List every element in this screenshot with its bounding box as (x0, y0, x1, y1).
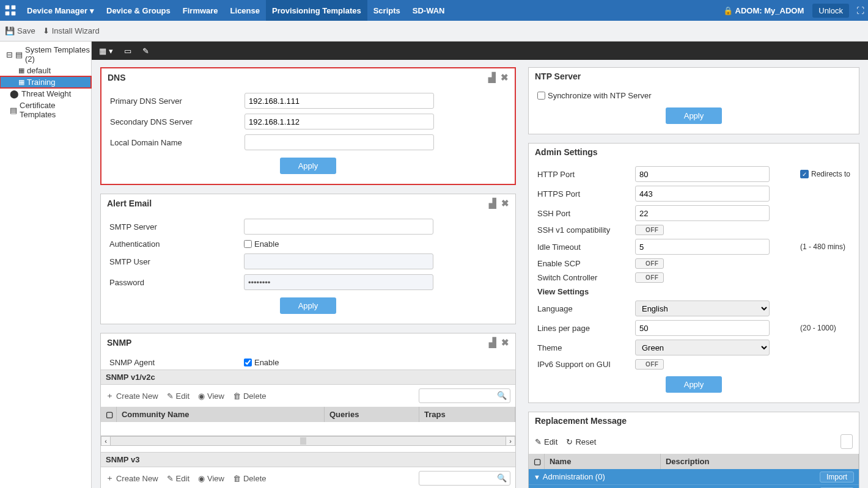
rep-reset-button[interactable]: ↻Reset (566, 437, 596, 446)
save-button[interactable]: 💾 Save (5, 26, 35, 35)
fullscreen-icon[interactable]: ⛶ (853, 6, 868, 15)
tree-item-training[interactable]: ▦ Training (0, 76, 91, 88)
https-port-input[interactable] (635, 186, 770, 202)
download-icon: ⬇ (43, 26, 50, 35)
snmp-v1-header: SNMP v1/v2c (101, 370, 515, 385)
install-wizard-button[interactable]: ⬇ Install Wizard (43, 26, 100, 35)
theme-select[interactable]: Green (635, 340, 770, 355)
create-new-button[interactable]: ＋Create New (106, 390, 158, 401)
nav-license[interactable]: License (224, 0, 266, 21)
snmp-agent-enable-label: Enable (254, 358, 279, 367)
tree-label: Threat Weight (21, 89, 71, 98)
smtp-server-label: SMTP Server (109, 222, 244, 231)
nav-provisioning-templates[interactable]: Provisioning Templates (266, 0, 367, 21)
rep-edit-button[interactable]: ✎Edit (535, 437, 557, 446)
tree-item-default[interactable]: ▦ default (0, 65, 91, 76)
snmp-title: SNMP (107, 338, 131, 348)
ntp-sync-checkbox[interactable] (537, 92, 545, 100)
dns-primary-input[interactable] (245, 93, 434, 109)
ssh-port-input[interactable] (635, 205, 770, 221)
dns-apply-button[interactable]: Apply (280, 158, 337, 174)
tree-threat-weight[interactable]: ⬤ Threat Weight (0, 88, 91, 100)
alert-email-panel: Alert Email ▟ ✖ SMTP Server Authenticati… (100, 194, 516, 324)
import-button[interactable]: Import (820, 472, 854, 483)
close-icon[interactable]: ✖ (501, 198, 509, 209)
app-menu[interactable]: Device Manager ▾ (21, 0, 100, 21)
close-icon[interactable]: ✖ (501, 337, 509, 348)
edit-button[interactable]: ✎Edit (167, 474, 189, 483)
col-queries[interactable]: Queries (325, 407, 419, 422)
sshv1-toggle[interactable]: OFF (635, 225, 664, 235)
content-area: ▦ ▾ ▭ ✎ DNS ▟ ✖ Primary DNS Server (92, 42, 868, 488)
redirects-checkbox[interactable]: ✓ (800, 170, 809, 178)
checkbox-col[interactable]: ▢ (101, 407, 117, 422)
template-icon: ▦ (18, 78, 24, 86)
ntp-apply-button[interactable]: Apply (666, 107, 723, 124)
sshv1-label: SSH v1 compatibility (537, 225, 629, 235)
smtp-user-label: SMTP User (109, 257, 244, 266)
edit-button[interactable]: ✎Edit (167, 391, 189, 401)
rep-search-input[interactable] (840, 434, 853, 449)
horiz-scrollbar[interactable]: ‹ › (101, 435, 515, 446)
eye-icon: ◉ (198, 391, 205, 401)
close-icon[interactable]: ✖ (501, 72, 509, 83)
smtp-user-input[interactable] (244, 253, 433, 269)
rep-col-desc[interactable]: Description (661, 454, 859, 469)
unlock-button[interactable]: Unlock (812, 4, 849, 18)
rep-row[interactable]: ▼Alert Email (0)Import (529, 485, 859, 488)
admin-apply-button[interactable]: Apply (666, 376, 723, 393)
tree-cert-templates[interactable]: ▤ Certificate Templates (0, 100, 91, 120)
snmp-agent-checkbox[interactable] (244, 359, 252, 366)
idle-timeout-input[interactable] (635, 239, 770, 255)
reset-icon: ↻ (566, 437, 573, 446)
edit-icon: ✎ (167, 391, 174, 401)
view-button[interactable]: ◉View (198, 474, 224, 483)
trash-icon: 🗑 (233, 391, 241, 401)
idle-timeout-label: Idle Timeout (537, 242, 629, 252)
alert-apply-button[interactable]: Apply (280, 297, 337, 314)
nav-scripts[interactable]: Scripts (367, 0, 406, 21)
nav-firmware[interactable]: Firmware (177, 0, 224, 21)
switch-controller-label: Switch Controller (537, 273, 629, 282)
dns-local-input[interactable] (245, 134, 434, 150)
http-port-input[interactable] (635, 166, 770, 182)
snmp-v1-table-empty (101, 422, 515, 435)
collapse-icon[interactable]: ▟ (488, 72, 496, 83)
lock-icon: 🔒 (723, 6, 733, 15)
svg-rect-2 (6, 12, 10, 16)
rep-checkbox-col[interactable]: ▢ (529, 454, 545, 469)
smtp-server-input[interactable] (244, 219, 433, 235)
adom-indicator[interactable]: 🔒 ADOM: My_ADOM (718, 6, 809, 15)
delete-button[interactable]: 🗑Delete (233, 391, 267, 401)
col-traps[interactable]: Traps (419, 407, 515, 422)
ipv6-toggle[interactable]: OFF (635, 359, 664, 370)
scroll-right-icon[interactable]: › (506, 436, 515, 446)
lines-per-page-input[interactable] (635, 320, 770, 336)
password-input[interactable] (244, 274, 433, 290)
nav-sdwan[interactable]: SD-WAN (406, 0, 451, 21)
lines-per-page-label: Lines per page (537, 324, 629, 333)
rep-row[interactable]: ▼Administration (0)Import (529, 469, 859, 485)
rep-col-name[interactable]: Name (545, 454, 661, 469)
plus-icon: ＋ (106, 473, 114, 484)
view-button[interactable]: ◉View (198, 391, 224, 401)
tree-system-templates[interactable]: ⊟ ▤ System Templates (2) (0, 44, 91, 65)
edit-icon[interactable]: ✎ (142, 46, 149, 56)
scp-toggle[interactable]: OFF (635, 258, 664, 269)
grid-view-icon[interactable]: ▦ ▾ (99, 46, 113, 56)
col-community[interactable]: Community Name (117, 407, 325, 422)
dns-secondary-input[interactable] (245, 114, 434, 129)
nav-device-groups[interactable]: Device & Groups (100, 0, 177, 21)
collapse-icon[interactable]: ▟ (489, 198, 496, 209)
language-select[interactable]: English (635, 300, 770, 316)
create-new-button[interactable]: ＋Create New (106, 473, 158, 484)
app-logo-icon[interactable] (0, 0, 21, 21)
folder-icon: ▤ (15, 50, 23, 59)
collapse-icon[interactable]: ▟ (489, 337, 496, 348)
fit-icon[interactable]: ▭ (124, 46, 131, 56)
switch-toggle[interactable]: OFF (635, 272, 664, 283)
theme-label: Theme (537, 343, 629, 352)
auth-enable-checkbox[interactable] (244, 240, 252, 248)
delete-button[interactable]: 🗑Delete (233, 474, 267, 483)
scroll-left-icon[interactable]: ‹ (101, 436, 111, 446)
